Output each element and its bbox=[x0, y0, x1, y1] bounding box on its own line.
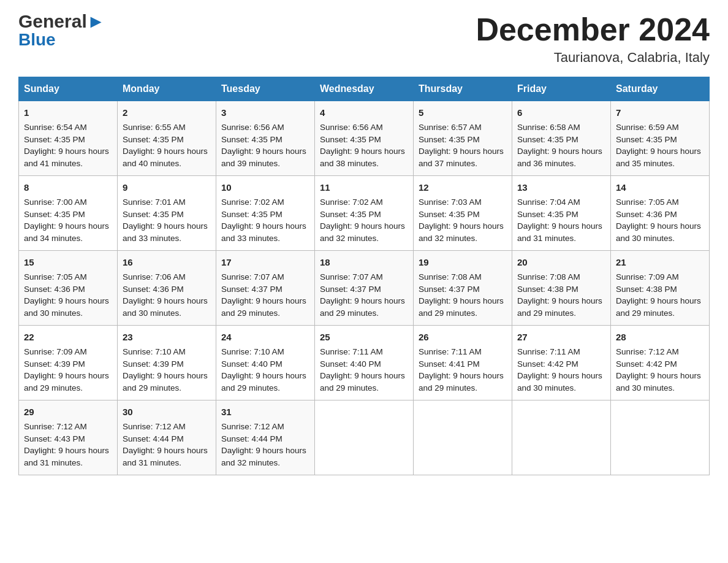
calendar-cell: 22Sunrise: 7:09 AMSunset: 4:39 PMDayligh… bbox=[19, 326, 118, 400]
day-number: 19 bbox=[419, 256, 507, 269]
calendar-cell: 14Sunrise: 7:05 AMSunset: 4:36 PMDayligh… bbox=[611, 176, 710, 251]
calendar-cell: 1Sunrise: 6:54 AMSunset: 4:35 PMDaylight… bbox=[19, 101, 118, 176]
day-number: 20 bbox=[517, 256, 605, 269]
week-row-4: 22Sunrise: 7:09 AMSunset: 4:39 PMDayligh… bbox=[19, 326, 710, 400]
calendar-cell: 5Sunrise: 6:57 AMSunset: 4:35 PMDaylight… bbox=[414, 101, 512, 176]
month-title: December 2024 bbox=[476, 12, 710, 47]
cell-info: Sunrise: 7:11 AMSunset: 4:41 PMDaylight:… bbox=[419, 347, 504, 393]
column-header-monday: Monday bbox=[118, 77, 216, 101]
column-header-tuesday: Tuesday bbox=[216, 77, 315, 101]
calendar-cell: 9Sunrise: 7:01 AMSunset: 4:35 PMDaylight… bbox=[118, 176, 216, 251]
calendar-cell: 31Sunrise: 7:12 AMSunset: 4:44 PMDayligh… bbox=[216, 400, 315, 475]
day-number: 23 bbox=[123, 331, 211, 344]
day-number: 13 bbox=[517, 181, 605, 194]
cell-info: Sunrise: 7:05 AMSunset: 4:36 PMDaylight:… bbox=[24, 272, 109, 318]
cell-info: Sunrise: 7:08 AMSunset: 4:38 PMDaylight:… bbox=[517, 272, 602, 318]
column-header-sunday: Sunday bbox=[19, 77, 118, 101]
cell-info: Sunrise: 7:12 AMSunset: 4:43 PMDaylight:… bbox=[24, 422, 109, 467]
day-number: 22 bbox=[24, 331, 112, 344]
cell-info: Sunrise: 7:11 AMSunset: 4:40 PMDaylight:… bbox=[320, 347, 405, 393]
cell-info: Sunrise: 7:00 AMSunset: 4:35 PMDaylight:… bbox=[24, 197, 109, 243]
day-number: 4 bbox=[320, 106, 408, 120]
cell-info: Sunrise: 7:07 AMSunset: 4:37 PMDaylight:… bbox=[320, 272, 405, 318]
calendar-cell bbox=[611, 400, 710, 475]
calendar-cell: 15Sunrise: 7:05 AMSunset: 4:36 PMDayligh… bbox=[19, 251, 118, 326]
day-number: 31 bbox=[221, 405, 309, 419]
cell-info: Sunrise: 7:06 AMSunset: 4:36 PMDaylight:… bbox=[123, 272, 208, 318]
day-number: 5 bbox=[419, 106, 507, 120]
cell-info: Sunrise: 7:04 AMSunset: 4:35 PMDaylight:… bbox=[517, 197, 602, 243]
calendar-cell: 16Sunrise: 7:06 AMSunset: 4:36 PMDayligh… bbox=[118, 251, 216, 326]
cell-info: Sunrise: 7:09 AMSunset: 4:39 PMDaylight:… bbox=[24, 347, 109, 393]
cell-info: Sunrise: 6:54 AMSunset: 4:35 PMDaylight:… bbox=[24, 123, 109, 168]
calendar-cell: 13Sunrise: 7:04 AMSunset: 4:35 PMDayligh… bbox=[512, 176, 611, 251]
day-number: 17 bbox=[221, 256, 309, 269]
day-number: 14 bbox=[616, 181, 704, 194]
day-number: 12 bbox=[419, 181, 507, 194]
title-block: December 2024 Taurianova, Calabria, Ital… bbox=[476, 12, 710, 66]
day-number: 16 bbox=[123, 256, 211, 269]
day-number: 26 bbox=[419, 331, 507, 344]
day-number: 21 bbox=[616, 256, 704, 269]
calendar-cell: 4Sunrise: 6:56 AMSunset: 4:35 PMDaylight… bbox=[315, 101, 414, 176]
day-number: 25 bbox=[320, 331, 408, 344]
cell-info: Sunrise: 7:02 AMSunset: 4:35 PMDaylight:… bbox=[320, 197, 405, 243]
page-header: General► Blue December 2024 Taurianova, … bbox=[18, 12, 710, 66]
logo-general-row: General► bbox=[18, 12, 105, 31]
cell-info: Sunrise: 7:02 AMSunset: 4:35 PMDaylight:… bbox=[221, 197, 306, 243]
calendar-cell: 12Sunrise: 7:03 AMSunset: 4:35 PMDayligh… bbox=[414, 176, 512, 251]
logo-general-text: General► bbox=[18, 12, 105, 31]
week-row-3: 15Sunrise: 7:05 AMSunset: 4:36 PMDayligh… bbox=[19, 251, 710, 326]
cell-info: Sunrise: 7:03 AMSunset: 4:35 PMDaylight:… bbox=[419, 197, 504, 243]
logo-blue-text: Blue bbox=[18, 31, 105, 48]
day-number: 30 bbox=[123, 405, 211, 419]
day-number: 6 bbox=[517, 106, 605, 120]
day-number: 1 bbox=[24, 106, 112, 120]
calendar-cell bbox=[414, 400, 512, 475]
calendar-cell: 8Sunrise: 7:00 AMSunset: 4:35 PMDaylight… bbox=[19, 176, 118, 251]
day-number: 24 bbox=[221, 331, 309, 344]
cell-info: Sunrise: 7:12 AMSunset: 4:42 PMDaylight:… bbox=[616, 347, 701, 393]
day-number: 11 bbox=[320, 181, 408, 194]
cell-info: Sunrise: 6:55 AMSunset: 4:35 PMDaylight:… bbox=[123, 123, 208, 168]
location-title: Taurianova, Calabria, Italy bbox=[476, 50, 710, 66]
column-header-thursday: Thursday bbox=[414, 77, 512, 101]
calendar-cell: 24Sunrise: 7:10 AMSunset: 4:40 PMDayligh… bbox=[216, 326, 315, 400]
week-row-5: 29Sunrise: 7:12 AMSunset: 4:43 PMDayligh… bbox=[19, 400, 710, 475]
cell-info: Sunrise: 7:07 AMSunset: 4:37 PMDaylight:… bbox=[221, 272, 306, 318]
day-number: 2 bbox=[123, 106, 211, 120]
week-row-2: 8Sunrise: 7:00 AMSunset: 4:35 PMDaylight… bbox=[19, 176, 710, 251]
calendar-table: SundayMondayTuesdayWednesdayThursdayFrid… bbox=[18, 77, 710, 475]
calendar-cell: 17Sunrise: 7:07 AMSunset: 4:37 PMDayligh… bbox=[216, 251, 315, 326]
calendar-cell: 2Sunrise: 6:55 AMSunset: 4:35 PMDaylight… bbox=[118, 101, 216, 176]
day-number: 28 bbox=[616, 331, 704, 344]
day-number: 27 bbox=[517, 331, 605, 344]
cell-info: Sunrise: 7:10 AMSunset: 4:39 PMDaylight:… bbox=[123, 347, 208, 393]
day-number: 18 bbox=[320, 256, 408, 269]
calendar-cell: 10Sunrise: 7:02 AMSunset: 4:35 PMDayligh… bbox=[216, 176, 315, 251]
calendar-cell: 18Sunrise: 7:07 AMSunset: 4:37 PMDayligh… bbox=[315, 251, 414, 326]
calendar-cell: 23Sunrise: 7:10 AMSunset: 4:39 PMDayligh… bbox=[118, 326, 216, 400]
column-header-wednesday: Wednesday bbox=[315, 77, 414, 101]
day-number: 7 bbox=[616, 106, 704, 120]
day-number: 8 bbox=[24, 181, 112, 194]
cell-info: Sunrise: 7:12 AMSunset: 4:44 PMDaylight:… bbox=[221, 422, 306, 467]
calendar-header-row: SundayMondayTuesdayWednesdayThursdayFrid… bbox=[19, 77, 710, 101]
day-number: 29 bbox=[24, 405, 112, 419]
calendar-cell: 27Sunrise: 7:11 AMSunset: 4:42 PMDayligh… bbox=[512, 326, 611, 400]
cell-info: Sunrise: 7:05 AMSunset: 4:36 PMDaylight:… bbox=[616, 197, 701, 243]
cell-info: Sunrise: 6:56 AMSunset: 4:35 PMDaylight:… bbox=[320, 123, 405, 168]
calendar-cell: 29Sunrise: 7:12 AMSunset: 4:43 PMDayligh… bbox=[19, 400, 118, 475]
cell-info: Sunrise: 6:58 AMSunset: 4:35 PMDaylight:… bbox=[517, 123, 602, 168]
calendar-cell bbox=[315, 400, 414, 475]
cell-info: Sunrise: 7:01 AMSunset: 4:35 PMDaylight:… bbox=[123, 197, 208, 243]
day-number: 15 bbox=[24, 256, 112, 269]
cell-info: Sunrise: 7:08 AMSunset: 4:37 PMDaylight:… bbox=[419, 272, 504, 318]
cell-info: Sunrise: 7:09 AMSunset: 4:38 PMDaylight:… bbox=[616, 272, 701, 318]
column-header-friday: Friday bbox=[512, 77, 611, 101]
day-number: 3 bbox=[221, 106, 309, 120]
calendar-cell bbox=[512, 400, 611, 475]
cell-info: Sunrise: 6:57 AMSunset: 4:35 PMDaylight:… bbox=[419, 123, 504, 168]
cell-info: Sunrise: 7:10 AMSunset: 4:40 PMDaylight:… bbox=[221, 347, 306, 393]
day-number: 10 bbox=[221, 181, 309, 194]
